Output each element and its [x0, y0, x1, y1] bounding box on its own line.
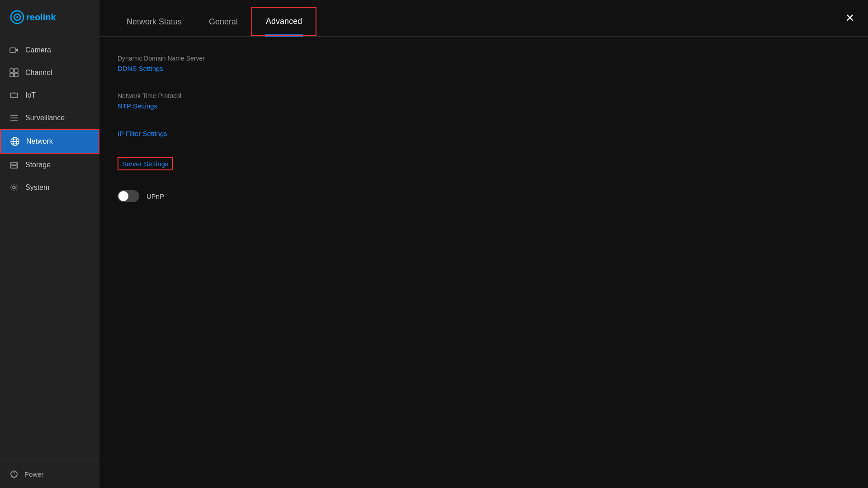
upnp-label: UPnP — [146, 192, 164, 200]
ntp-section: Network Time Protocol NTP Settings — [118, 92, 850, 121]
sidebar-item-system[interactable]: System — [0, 176, 99, 199]
storage-icon — [9, 160, 19, 170]
sidebar-nav: Camera Channel IoT — [0, 34, 99, 460]
sidebar-item-iot-label: IoT — [25, 91, 36, 99]
sidebar-item-surveillance[interactable]: Surveillance — [0, 107, 99, 129]
content-area: Dynamic Domain Name Server DDNS Settings… — [99, 37, 868, 488]
tab-general[interactable]: General — [195, 8, 251, 36]
svg-point-2 — [16, 16, 18, 18]
surveillance-icon — [9, 113, 19, 123]
sidebar: reolink Camera — [0, 0, 99, 488]
power-icon — [9, 469, 19, 479]
power-button[interactable]: Power — [9, 469, 90, 479]
ntp-section-label: Network Time Protocol — [118, 92, 850, 99]
sidebar-item-surveillance-label: Surveillance — [25, 114, 65, 122]
ddns-settings-link[interactable]: DDNS Settings — [118, 65, 163, 72]
svg-point-23 — [16, 167, 17, 168]
upnp-toggle[interactable] — [118, 190, 139, 202]
close-button[interactable]: ✕ — [845, 12, 854, 24]
upnp-row: UPnP — [118, 190, 850, 202]
sidebar-item-system-label: System — [25, 183, 49, 192]
svg-rect-9 — [14, 73, 18, 77]
channel-icon — [9, 68, 19, 78]
sidebar-item-network[interactable]: Network — [0, 129, 99, 154]
ip-filter-section: IP Filter Settings — [118, 130, 850, 148]
camera-icon — [9, 45, 19, 55]
system-icon — [9, 183, 19, 192]
server-settings-section: Server Settings — [118, 157, 850, 181]
svg-rect-4 — [10, 48, 16, 52]
ip-filter-settings-link[interactable]: IP Filter Settings — [118, 130, 167, 137]
server-settings-link[interactable]: Server Settings — [118, 157, 173, 170]
reolink-logo: reolink — [9, 8, 72, 26]
tabs-header: Network Status General Advanced ✕ — [99, 0, 868, 36]
sidebar-item-camera[interactable]: Camera — [0, 39, 99, 61]
toggle-knob — [118, 191, 128, 201]
sidebar-item-camera-label: Camera — [25, 46, 51, 54]
main-content: Network Status General Advanced ✕ Dynami… — [99, 0, 868, 488]
logo-area: reolink — [0, 0, 99, 34]
ntp-settings-link[interactable]: NTP Settings — [118, 102, 157, 110]
sidebar-item-iot[interactable]: IoT — [0, 84, 99, 107]
sidebar-footer: Power — [0, 460, 99, 488]
power-label: Power — [24, 470, 44, 478]
sidebar-item-storage-label: Storage — [25, 161, 51, 169]
sidebar-item-network-label: Network — [26, 137, 53, 145]
tab-network-status[interactable]: Network Status — [113, 8, 195, 36]
svg-rect-7 — [14, 69, 18, 72]
svg-rect-6 — [10, 69, 14, 72]
sidebar-item-storage[interactable]: Storage — [0, 154, 99, 176]
svg-text:reolink: reolink — [26, 12, 56, 22]
ddns-section: Dynamic Domain Name Server DDNS Settings — [118, 55, 850, 83]
sidebar-item-channel-label: Channel — [25, 69, 52, 77]
network-icon — [10, 136, 20, 146]
iot-icon — [9, 90, 19, 100]
sidebar-item-channel[interactable]: Channel — [0, 61, 99, 84]
ddns-section-label: Dynamic Domain Name Server — [118, 55, 850, 62]
svg-rect-8 — [10, 73, 14, 77]
svg-point-24 — [13, 186, 15, 189]
svg-rect-10 — [10, 93, 18, 98]
tab-advanced[interactable]: Advanced — [251, 7, 316, 36]
svg-point-22 — [16, 164, 17, 164]
